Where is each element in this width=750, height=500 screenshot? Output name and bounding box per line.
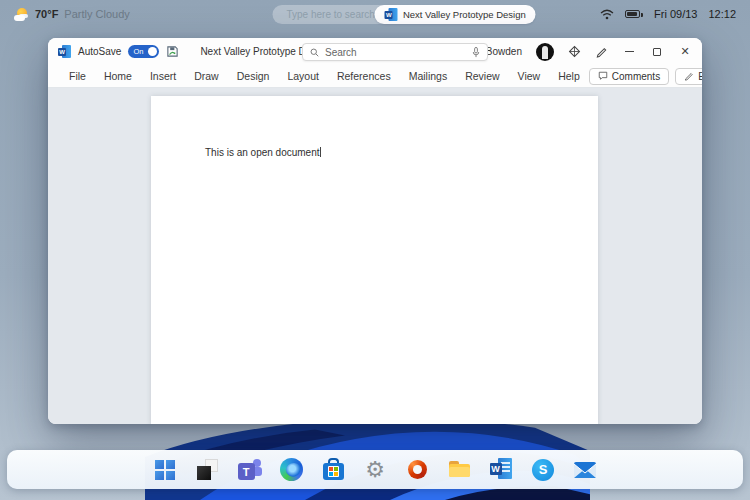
toggle-knob: [148, 47, 157, 56]
battery-icon: [625, 8, 643, 20]
tab-file[interactable]: File: [60, 70, 95, 82]
settings-button[interactable]: ⚙: [363, 457, 388, 482]
mail-icon: [573, 460, 597, 479]
tab-draw[interactable]: Draw: [185, 70, 228, 82]
mail-button[interactable]: [573, 457, 598, 482]
skype-icon: S: [532, 459, 554, 481]
office-button[interactable]: [405, 457, 430, 482]
task-view-button[interactable]: [195, 457, 220, 482]
editing-mode-button[interactable]: Editing: [675, 68, 702, 85]
office-icon: [408, 460, 427, 479]
autosave-label: AutoSave: [78, 46, 121, 57]
autosave-toggle[interactable]: On: [128, 45, 159, 58]
start-button[interactable]: [153, 457, 178, 482]
ribbon-tabs: File Home Insert Draw Design Layout Refe…: [60, 70, 589, 82]
system-status-area[interactable]: Fri 09/13 12:12: [600, 8, 736, 20]
edge-icon: [280, 458, 303, 481]
ribbon-tab-bar: File Home Insert Draw Design Layout Refe…: [48, 65, 702, 88]
autosave-state: On: [133, 47, 143, 56]
gear-icon: ⚙: [365, 459, 385, 481]
tab-help[interactable]: Help: [549, 70, 589, 82]
store-button[interactable]: [321, 457, 346, 482]
close-button[interactable]: ✕: [678, 45, 692, 59]
word-icon: W: [385, 8, 398, 21]
teams-button[interactable]: T: [237, 457, 262, 482]
partly-cloudy-icon: [14, 8, 29, 21]
edge-button[interactable]: [279, 457, 304, 482]
comment-icon: [598, 71, 608, 81]
desktop: 70°F Partly Cloudy Type here to search W…: [0, 0, 750, 500]
microphone-icon[interactable]: [472, 47, 480, 58]
word-app-icon[interactable]: W: [58, 45, 71, 58]
tab-home[interactable]: Home: [95, 70, 141, 82]
tab-mailings[interactable]: Mailings: [400, 70, 457, 82]
word-taskbar-button[interactable]: W: [489, 457, 514, 482]
tab-view[interactable]: View: [509, 70, 550, 82]
weather-widget[interactable]: 70°F Partly Cloudy: [14, 8, 130, 21]
wifi-icon: [600, 9, 614, 20]
file-explorer-button[interactable]: [447, 457, 472, 482]
tab-references[interactable]: References: [328, 70, 400, 82]
minimize-button[interactable]: [622, 45, 636, 59]
word-search-box[interactable]: Search: [302, 43, 488, 61]
tab-layout[interactable]: Layout: [278, 70, 328, 82]
save-sync-icon[interactable]: [166, 45, 179, 58]
comments-button[interactable]: Comments: [589, 68, 669, 85]
word-search-placeholder: Search: [325, 47, 472, 58]
search-icon: [310, 48, 319, 57]
start-icon: [155, 460, 175, 480]
weather-condition: Partly Cloudy: [64, 8, 129, 20]
tab-review[interactable]: Review: [456, 70, 508, 82]
word-window: W AutoSave On Next Valley Prototype Desi…: [48, 38, 702, 424]
running-app-label: Next Valley Prototype Design: [403, 9, 526, 20]
user-avatar[interactable]: [536, 43, 554, 61]
top-system-bar: 70°F Partly Cloudy Type here to search W…: [0, 0, 750, 28]
search-placeholder: Type here to search: [287, 9, 375, 20]
pencil-icon: [684, 71, 694, 81]
maximize-button[interactable]: [650, 45, 664, 59]
text-cursor: [320, 147, 321, 157]
tab-design[interactable]: Design: [228, 70, 279, 82]
document-page[interactable]: This is an open document: [151, 96, 598, 424]
tab-insert[interactable]: Insert: [141, 70, 185, 82]
word-canvas: This is an open document: [48, 88, 702, 424]
taskbar: T ⚙ W S: [7, 450, 743, 489]
clock-time[interactable]: 12:12: [708, 8, 736, 20]
weather-temp: 70°F: [35, 8, 58, 20]
running-app-chip[interactable]: W Next Valley Prototype Design: [375, 5, 536, 24]
taskbar-search[interactable]: Type here to search W Next Valley Protot…: [273, 5, 478, 24]
skype-button[interactable]: S: [531, 457, 556, 482]
clock-date[interactable]: Fri 09/13: [654, 8, 697, 20]
pen-icon[interactable]: [595, 45, 608, 58]
document-text[interactable]: This is an open document: [205, 147, 321, 158]
word-titlebar: W AutoSave On Next Valley Prototype Desi…: [48, 38, 702, 65]
diamond-icon[interactable]: [568, 45, 581, 58]
